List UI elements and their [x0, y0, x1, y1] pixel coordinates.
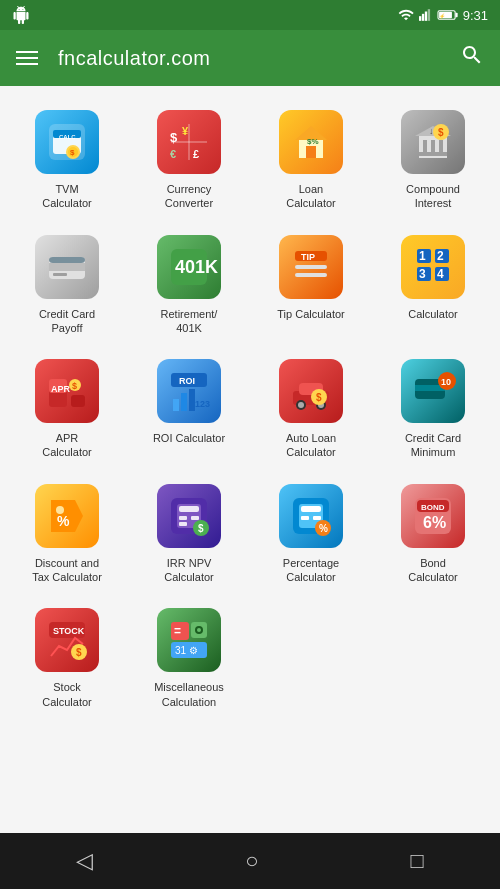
app-icon-bond: BOND 6%	[401, 484, 465, 548]
svg-text:$: $	[170, 130, 178, 145]
svg-text:4: 4	[437, 267, 444, 281]
bottom-navigation: ◁ ○ □	[0, 833, 500, 889]
svg-rect-29	[439, 140, 443, 152]
app-label-tvm: TVM Calculator	[42, 182, 92, 211]
app-label-compound: Compound Interest	[406, 182, 460, 211]
signal-icon	[419, 7, 433, 23]
android-icon	[12, 6, 30, 24]
svg-text:10: 10	[441, 377, 451, 387]
svg-text:$: $	[72, 381, 77, 391]
svg-rect-60	[173, 399, 179, 411]
app-icon-discount: %	[35, 484, 99, 548]
svg-text:$: $	[70, 148, 75, 157]
app-item-stock[interactable]: STOCK $ Stock Calculator	[8, 596, 126, 717]
svg-text:401K: 401K	[175, 257, 218, 277]
app-label-autoloan: Auto Loan Calculator	[286, 431, 336, 460]
app-item-apr[interactable]: APR $ APR Calculator	[8, 347, 126, 468]
svg-text:2: 2	[437, 249, 444, 263]
app-item-credit-card[interactable]: Credit Card Payoff	[8, 223, 126, 344]
app-icon-ccmin: 10	[401, 359, 465, 423]
svg-rect-61	[181, 393, 187, 411]
home-button[interactable]: ○	[237, 840, 266, 882]
menu-button[interactable]	[16, 51, 38, 65]
app-icon-compound: $ ↓	[401, 110, 465, 174]
svg-rect-54	[71, 395, 85, 407]
app-icon-stock: STOCK $	[35, 608, 99, 672]
svg-text:$%: $%	[307, 137, 319, 146]
svg-rect-36	[53, 273, 67, 276]
app-item-tvm[interactable]: CALC $ TVM Calculator	[8, 98, 126, 219]
svg-rect-89	[301, 516, 309, 520]
svg-text:BOND: BOND	[421, 503, 445, 512]
time-display: 9:31	[463, 8, 488, 23]
app-label-irr: IRR NPV Calculator	[164, 556, 214, 585]
app-label-tip: Tip Calculator	[277, 307, 344, 321]
app-label-roi: ROI Calculator	[153, 431, 225, 445]
app-label-ccmin: Credit Card Minimum	[405, 431, 461, 460]
app-icon-tvm: CALC $	[35, 110, 99, 174]
svg-rect-82	[191, 516, 199, 520]
app-icon-retirement: 401K	[157, 235, 221, 299]
app-icon-percentage: %	[279, 484, 343, 548]
app-item-misc[interactable]: = 31 ⚙ Miscellaneous Calculation	[130, 596, 248, 717]
app-item-calculator[interactable]: 1 2 3 4 Calculator	[374, 223, 492, 344]
app-label-discount: Discount and Tax Calculator	[32, 556, 102, 585]
svg-rect-43	[295, 273, 327, 277]
svg-rect-88	[301, 506, 321, 512]
app-label-misc: Miscellaneous Calculation	[154, 680, 224, 709]
app-label-calculator: Calculator	[408, 307, 458, 321]
svg-rect-23	[306, 146, 316, 158]
recent-button[interactable]: □	[403, 840, 432, 882]
app-item-bond[interactable]: BOND 6% Bond Calculator	[374, 472, 492, 593]
back-button[interactable]: ◁	[68, 840, 101, 882]
svg-rect-0	[419, 16, 421, 21]
app-item-roi[interactable]: ROI 123 ROI Calculator	[130, 347, 248, 468]
app-item-compound[interactable]: $ ↓ Compound Interest	[374, 98, 492, 219]
svg-text:3: 3	[419, 267, 426, 281]
status-right: ⚡ 9:31	[398, 7, 488, 23]
app-icon-autoloan: $	[279, 359, 343, 423]
app-header: fncalculator.com	[0, 30, 500, 86]
app-icon-tip: TIP	[279, 235, 343, 299]
svg-point-105	[197, 628, 201, 632]
svg-text:123: 123	[195, 399, 210, 409]
status-bar: ⚡ 9:31	[0, 0, 500, 30]
svg-text:31 ⚙: 31 ⚙	[175, 645, 198, 656]
app-label-credit-card: Credit Card Payoff	[39, 307, 95, 336]
app-item-loan[interactable]: $% Loan Calculator	[252, 98, 370, 219]
svg-text:$: $	[316, 392, 322, 403]
svg-text:TIP: TIP	[301, 252, 315, 262]
app-item-irr[interactable]: $ IRR NPV Calculator	[130, 472, 248, 593]
app-icon-calculator: 1 2 3 4	[401, 235, 465, 299]
header-title: fncalculator.com	[58, 47, 440, 70]
app-item-discount[interactable]: % Discount and Tax Calculator	[8, 472, 126, 593]
svg-text:⚡: ⚡	[439, 13, 446, 20]
svg-text:$: $	[438, 127, 444, 138]
svg-text:CALC: CALC	[59, 134, 76, 140]
app-label-bond: Bond Calculator	[408, 556, 458, 585]
app-label-percentage: Percentage Calculator	[283, 556, 339, 585]
app-item-percentage[interactable]: % Percentage Calculator	[252, 472, 370, 593]
app-item-retirement[interactable]: 401K Retirement/ 401K	[130, 223, 248, 344]
app-icon-irr: $	[157, 484, 221, 548]
svg-text:=: =	[174, 624, 181, 638]
search-button[interactable]	[460, 43, 484, 73]
app-item-currency[interactable]: $ ¥ € £ Currency Converter	[130, 98, 248, 219]
app-label-retirement: Retirement/ 401K	[161, 307, 218, 336]
svg-text:STOCK: STOCK	[53, 626, 85, 636]
svg-text:£: £	[193, 148, 199, 160]
svg-rect-1	[422, 14, 424, 21]
app-item-autoloan[interactable]: $ Auto Loan Calculator	[252, 347, 370, 468]
battery-icon: ⚡	[438, 9, 458, 21]
svg-text:%: %	[319, 523, 328, 534]
app-icon-apr: APR $	[35, 359, 99, 423]
svg-text:$: $	[76, 647, 82, 658]
app-label-apr: APR Calculator	[42, 431, 92, 460]
svg-rect-5	[455, 13, 457, 17]
app-item-tip[interactable]: TIP Tip Calculator	[252, 223, 370, 344]
app-icon-currency: $ ¥ € £	[157, 110, 221, 174]
app-item-ccmin[interactable]: 10 Credit Card Minimum	[374, 347, 492, 468]
app-label-currency: Currency Converter	[165, 182, 213, 211]
wifi-icon	[398, 7, 414, 23]
svg-rect-81	[179, 516, 187, 520]
